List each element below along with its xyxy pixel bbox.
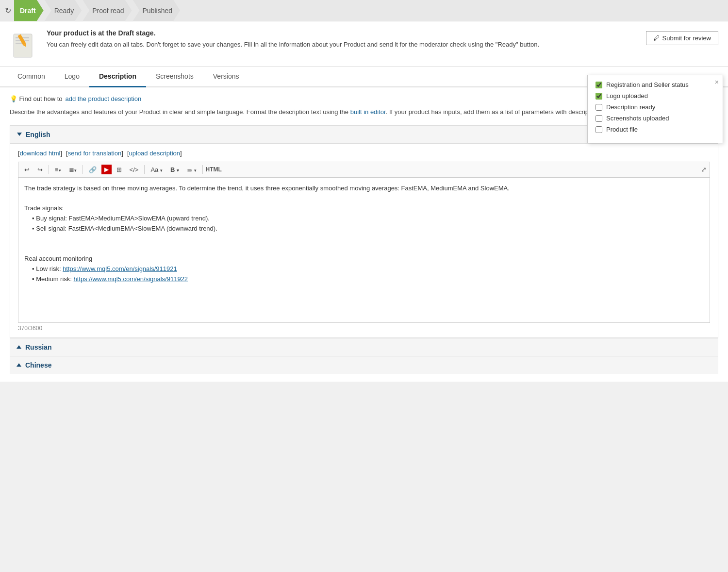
checklist-checkbox-desc[interactable] — [596, 104, 602, 111]
editor-monitoring-low: Low risk: https://www.mql5.com/en/signal… — [32, 264, 704, 274]
checklist-label-logo: Logo uploaded — [606, 92, 648, 100]
tab-common[interactable]: Common — [8, 67, 55, 87]
toolbar-divider-4 — [202, 165, 203, 174]
editor-para2: Trade signals: — [24, 203, 704, 214]
submit-icon: 🖊 — [653, 34, 660, 42]
expand-russian-icon — [17, 345, 21, 349]
expand-editor-button[interactable]: ⤢ — [701, 166, 707, 173]
low-risk-link[interactable]: https://www.mql5.com/en/signals/911921 — [63, 265, 177, 272]
chinese-section-title: Chinese — [25, 361, 51, 369]
char-count: 370/3600 — [18, 325, 710, 332]
russian-section-title: Russian — [25, 343, 51, 351]
submit-btn-wrap: 🖊 Submit for review — [646, 29, 718, 45]
checklist-label-product-file: Product file — [606, 126, 638, 133]
english-section-body: [ download html ] [ send for translation… — [10, 143, 718, 337]
checklist-label-screenshots: Screenshots uploaded — [606, 115, 669, 122]
strikethrough-button[interactable]: ≡̶ ▾ — [184, 164, 199, 175]
download-html-link[interactable]: download html — [20, 150, 61, 157]
editor-content[interactable]: The trade strategy is based on three mov… — [18, 177, 710, 323]
editor-para3: Real account monitoring — [24, 254, 704, 264]
editor-signal-sell: Sell signal: FastEMA<MediumEMA<SlowEMA (… — [32, 224, 704, 234]
ordered-list-button[interactable]: ≣▾ — [66, 164, 80, 175]
checklist-label-desc: Description ready — [606, 103, 655, 111]
submit-label: Submit for review — [662, 34, 711, 42]
built-in-editor-link[interactable]: built in editor — [350, 108, 386, 116]
send-translation-link[interactable]: send for translation — [68, 150, 122, 157]
checklist-checkbox-logo[interactable] — [596, 93, 602, 100]
submit-for-review-button[interactable]: 🖊 Submit for review — [646, 31, 718, 45]
bold-button[interactable]: B ▾ — [167, 164, 182, 175]
table-button[interactable]: ⊞ — [114, 164, 125, 175]
unordered-list-button[interactable]: ≡▾ — [52, 164, 64, 175]
editor-links: [ download html ] [ send for translation… — [18, 150, 710, 157]
add-description-link[interactable]: add the product description — [66, 95, 142, 102]
editor-para1: The trade strategy is based on three mov… — [24, 184, 704, 194]
expand-chinese-icon — [17, 363, 21, 367]
hint-prefix: 💡 Find out how to — [10, 95, 63, 102]
tab-description[interactable]: Description — [89, 67, 146, 87]
editor-monitoring-list: Low risk: https://www.mql5.com/en/signal… — [24, 264, 704, 285]
toolbar-divider-2 — [83, 165, 83, 174]
breadcrumb-step-ready[interactable]: Ready — [45, 0, 82, 21]
english-section-title: English — [26, 131, 50, 138]
draft-banner: Your product is at the Draft stage. You … — [0, 21, 728, 67]
link-button[interactable]: 🔗 — [86, 164, 99, 175]
draft-text: Your product is at the Draft stage. You … — [47, 29, 638, 50]
tab-logo[interactable]: Logo — [55, 67, 89, 87]
html-label: HTML — [206, 166, 222, 173]
checklist-item-screenshots: Screenshots uploaded — [596, 115, 715, 122]
checklist-checkbox-screenshots[interactable] — [596, 115, 602, 122]
english-section: English [ download html ] [ send for tra… — [10, 125, 718, 338]
code-button[interactable]: </> — [127, 164, 142, 175]
editor-signal-buy: Buy signal: FastEMA>MediumEMA>SlowEMA (u… — [32, 214, 704, 224]
checklist-checkbox-reg[interactable] — [596, 82, 602, 88]
main-wrapper: Your product is at the Draft stage. You … — [0, 21, 728, 382]
redo-button[interactable]: ↪ — [34, 164, 46, 175]
editor-signals-list: Buy signal: FastEMA>MediumEMA>SlowEMA (u… — [24, 214, 704, 234]
checklist-close-button[interactable]: × — [715, 78, 719, 86]
russian-section: Russian — [10, 338, 718, 356]
checklist-item-reg: Registration and Seller status — [596, 81, 715, 88]
tab-versions[interactable]: Versions — [203, 67, 249, 87]
video-button[interactable]: ▶ — [101, 165, 112, 174]
breadcrumb-step-published[interactable]: Published — [133, 0, 181, 21]
tab-screenshots[interactable]: Screenshots — [146, 67, 203, 87]
draft-description: You can freely edit data on all tabs. Do… — [47, 40, 638, 50]
checklist-item-logo: Logo uploaded — [596, 92, 715, 100]
chinese-section: Chinese — [10, 356, 718, 374]
chinese-section-header[interactable]: Chinese — [10, 356, 718, 374]
editor-monitoring-medium: Medium risk: https://www.mql5.com/en/sig… — [32, 274, 704, 285]
breadcrumb-bar: ↻ Draft Ready Proof read Published — [0, 0, 728, 21]
checklist-label-reg: Registration and Seller status — [606, 81, 689, 88]
upload-description-link[interactable]: upload description — [129, 150, 181, 157]
checklist-popup: × Registration and Seller status Logo up… — [587, 75, 723, 143]
russian-section-header[interactable]: Russian — [10, 338, 718, 356]
toolbar-divider-3 — [144, 165, 145, 174]
collapse-english-icon — [17, 133, 22, 136]
checklist-checkbox-product-file[interactable] — [596, 126, 602, 133]
undo-button[interactable]: ↩ — [21, 164, 33, 175]
editor-toolbar: ↩ ↪ ≡▾ ≣▾ 🔗 ▶ ⊞ </> Aa ▾ B ▾ ≡̶ ▾ HTML — [18, 162, 710, 177]
checklist-item-desc: Description ready — [596, 103, 715, 111]
breadcrumb-step-draft[interactable]: Draft — [14, 0, 44, 21]
draft-title: Your product is at the Draft stage. — [47, 29, 638, 37]
font-size-button[interactable]: Aa ▾ — [148, 164, 165, 175]
draft-icon — [10, 29, 39, 58]
breadcrumb-step-proofread[interactable]: Proof read — [83, 0, 132, 21]
medium-risk-link[interactable]: https://www.mql5.com/en/signals/911922 — [74, 275, 188, 283]
checklist-item-product-file: Product file — [596, 126, 715, 133]
refresh-button[interactable]: ↻ — [5, 6, 11, 15]
toolbar-divider-1 — [49, 165, 49, 174]
